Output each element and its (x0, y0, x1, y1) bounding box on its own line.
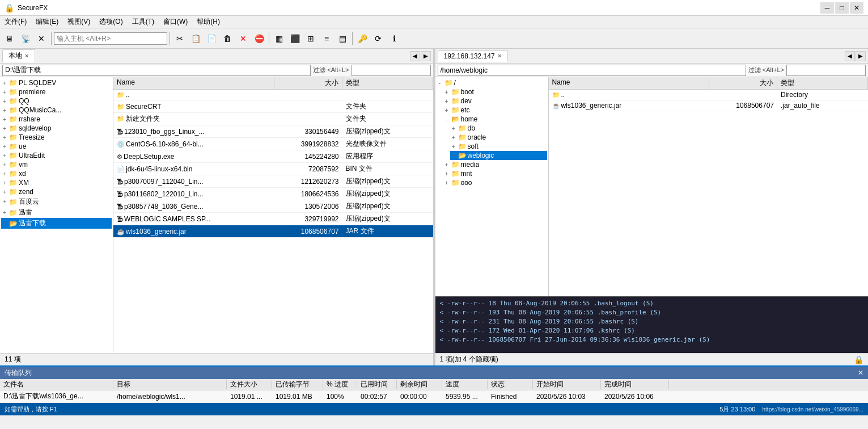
transfer-queue-close[interactable]: ✕ (858, 369, 863, 377)
transfer-row-1[interactable]: D:\迅雷下载\wls1036_ge... /home/weblogic/wls… (0, 390, 868, 403)
right-tab-remote[interactable]: 192.168.132.147 ✕ (438, 51, 508, 62)
tree-item-ue[interactable]: +📁 ue (1, 142, 112, 151)
tree-item-treesize[interactable]: +📁 Treesize (1, 133, 112, 142)
tree-item-home[interactable]: -📂 home (443, 115, 547, 124)
left-addr-input[interactable] (2, 65, 311, 76)
right-col-size[interactable]: 大小 (709, 77, 777, 89)
tc-filesize-header: 文件大小 (227, 380, 272, 389)
tree-item-qqmusicca[interactable]: +📁 QQMusicCa... (1, 106, 112, 115)
log-line-2: < -rw-r--r-- 193 Thu 08-Aug-2019 20:06:5… (440, 308, 864, 317)
log-line-5: < -rw-r--r-- 1068506707 Fri 27-Jun-2014 … (440, 335, 864, 344)
toolbar-copy[interactable]: 📋 (188, 31, 203, 46)
maximize-button[interactable]: □ (835, 2, 849, 14)
right-nav-prev[interactable]: ◀ (845, 51, 855, 61)
tree-item-zend[interactable]: +📁 zend (1, 187, 112, 196)
file-row-weblogic-samples[interactable]: 🗜WEBLOGIC SAMPLES SP... 329719992 压缩(zip… (113, 213, 433, 225)
tc-elapsed-1: 00:02:57 (357, 393, 397, 401)
tree-item-qq[interactable]: +📁 QQ (1, 96, 112, 106)
tree-item-dev[interactable]: +📁 dev (443, 96, 547, 106)
toolbar-view4[interactable]: ≡ (319, 31, 334, 46)
file-row-p30070097[interactable]: 🗜p30070097_112040_Lin... 1212620273 压缩(z… (113, 175, 433, 188)
toolbar-info[interactable]: ℹ (387, 31, 401, 46)
left-tab-local[interactable]: 本地 ✕ (2, 49, 35, 62)
tree-item-oracle[interactable]: +📁 oracle (450, 133, 547, 142)
tree-item-db[interactable]: +📁 db (450, 124, 547, 133)
left-filter-input[interactable] (352, 65, 431, 76)
menu-tools[interactable]: 工具(T) (128, 16, 159, 28)
file-row-centos[interactable]: 💿CentOS-6.10-x86_64-bi... 3991928832 光盘映… (113, 138, 433, 150)
toolbar-cut[interactable]: ✂ (172, 31, 187, 46)
file-row-jdk[interactable]: 📄jdk-6u45-linux-x64.bin 72087592 BIN 文件 (113, 163, 433, 175)
tree-item-root[interactable]: -📁 / (437, 78, 547, 87)
tree-item-xm[interactable]: +📁 XM (1, 178, 112, 187)
toolbar-btn-3[interactable]: ✕ (34, 31, 49, 46)
file-row-newfolder[interactable]: 📁新建文件夹 文件夹 (113, 113, 433, 125)
menu-file[interactable]: 文件(F) (0, 16, 31, 28)
tree-item-soft[interactable]: +📁 soft (450, 142, 547, 151)
minimize-button[interactable]: ─ (820, 2, 834, 14)
tree-item-xd[interactable]: +📁 xd (1, 169, 112, 178)
left-col-size[interactable]: 大小 (274, 77, 342, 89)
tree-item-media[interactable]: +📁 media (443, 160, 547, 169)
toolbar-view2[interactable]: ⬛ (287, 31, 302, 46)
tc-start-1: 2020/5/26 10:03 (533, 393, 601, 401)
file-row-p30116802[interactable]: 🗜p30116802_122010_Lin... 1806624536 压缩(z… (113, 188, 433, 200)
toolbar-paste[interactable]: 📄 (204, 31, 219, 46)
file-row-wls1036[interactable]: ☕wls1036_generic.jar 1068506707 JAR 文件 (113, 225, 433, 238)
menu-options[interactable]: 选项(O) (95, 16, 127, 28)
file-row-123010[interactable]: 🗜123010_fbo_ggs_Linux_... 330156449 压缩(z… (113, 125, 433, 138)
menubar: 文件(F) 编辑(E) 视图(V) 选项(O) 工具(T) 窗口(W) 帮助(H… (0, 16, 868, 28)
file-row-parent[interactable]: 📁.. (113, 90, 433, 100)
file-row-p30857748[interactable]: 🗜p30857748_1036_Gene... 130572006 压缩(zip… (113, 200, 433, 213)
toolbar-view5[interactable]: ▤ (335, 31, 350, 46)
close-button[interactable]: ✕ (850, 2, 863, 14)
tree-item-xunlei[interactable]: +📁 迅雷 (1, 207, 112, 218)
tree-item-ultraedit[interactable]: +📁 UltraEdit (1, 151, 112, 160)
toolbar-view1[interactable]: ▦ (272, 31, 286, 46)
left-nav-next[interactable]: ▶ (421, 51, 431, 61)
titlebar-controls: ─ □ ✕ (820, 2, 863, 14)
right-tab-close[interactable]: ✕ (497, 53, 502, 59)
menu-view[interactable]: 视图(V) (63, 16, 95, 28)
left-col-type[interactable]: 类型 (342, 77, 433, 89)
tree-item-baidu[interactable]: +📁 百度云 (1, 196, 112, 207)
toolbar-btn-2[interactable]: 📡 (18, 31, 33, 46)
tree-item-boot[interactable]: +📁 boot (443, 87, 547, 96)
tree-item-xunlei-download[interactable]: -📂 迅雷下载 (1, 218, 112, 229)
tree-item-plsqldev[interactable]: +📁 PL SQLDEV (1, 78, 112, 87)
right-col-name[interactable]: Name (549, 77, 710, 89)
right-nav-next[interactable]: ▶ (856, 51, 866, 61)
toolbar-delete[interactable]: 🗑 (220, 31, 235, 46)
toolbar-btn-1[interactable]: 🖥 (2, 31, 17, 46)
right-col-type[interactable]: 类型 (777, 77, 868, 89)
toolbar-sync[interactable]: ⟳ (371, 31, 386, 46)
right-addr-input[interactable] (438, 65, 746, 76)
right-file-row-parent[interactable]: 📁.. Directory (549, 90, 869, 100)
address-input[interactable] (54, 32, 167, 45)
menu-edit[interactable]: 编辑(E) (31, 16, 63, 28)
toolbar-view3[interactable]: ⊞ (303, 31, 318, 46)
tree-item-etc[interactable]: +📁 etc (443, 106, 547, 115)
tc-speed-1: 5939.95 ... (442, 393, 488, 401)
toolbar-filter[interactable]: 🔑 (355, 31, 370, 46)
left-tab-close[interactable]: ✕ (24, 53, 29, 59)
right-filter-input[interactable] (786, 65, 866, 76)
menu-help[interactable]: 帮助(H) (192, 16, 225, 28)
tree-item-mnt[interactable]: +📁 mnt (443, 169, 547, 178)
left-col-name[interactable]: Name (113, 77, 274, 89)
tree-item-premiere[interactable]: +📁 premiere (1, 87, 112, 96)
tree-item-ooo[interactable]: +📁 ooo (443, 178, 547, 187)
menu-window[interactable]: 窗口(W) (159, 16, 192, 28)
right-file-row-wls1036[interactable]: ☕wls1036_generic.jar 1068506707 .jar_aut… (549, 100, 869, 111)
log-area: < -rw-r--r-- 18 Thu 08-Aug-2019 20:06:55… (435, 296, 869, 353)
toolbar-stop[interactable]: ⛔ (252, 31, 266, 46)
tc-remaining-header: 剩余时间 (397, 380, 442, 389)
tree-item-weblogic[interactable]: +📂 weblogic (450, 151, 547, 160)
tree-item-sqldevelop[interactable]: +📁 sqldevelop (1, 124, 112, 133)
toolbar-cancel[interactable]: ✕ (236, 31, 251, 46)
left-nav-prev[interactable]: ◀ (410, 51, 420, 61)
file-row-deepl[interactable]: ⚙DeepLSetup.exe 145224280 应用程序 (113, 150, 433, 163)
file-row-securecrt[interactable]: 📁SecureCRT 文件夹 (113, 100, 433, 113)
tree-item-rrshare[interactable]: +📁 rrshare (1, 115, 112, 124)
tree-item-vm[interactable]: +📁 vm (1, 160, 112, 169)
